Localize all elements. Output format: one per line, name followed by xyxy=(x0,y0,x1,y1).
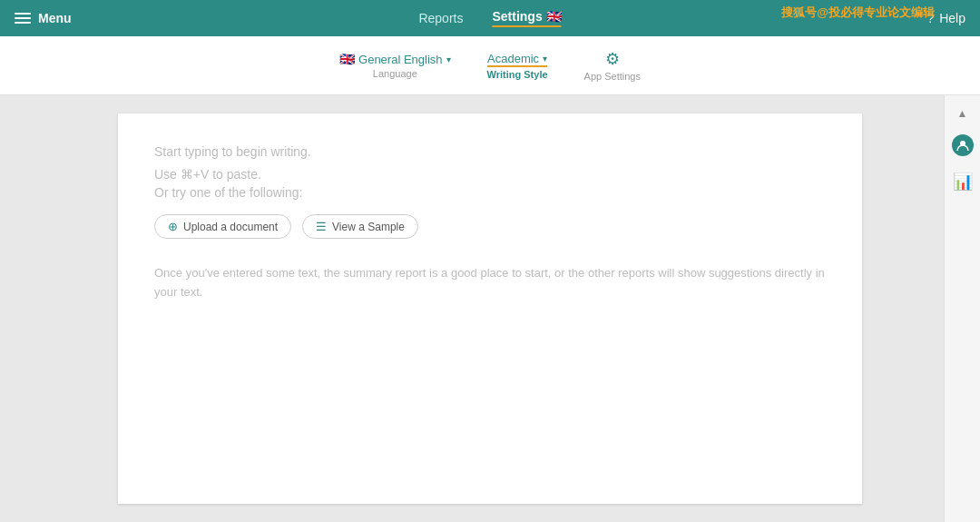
writing-style-chevron-icon: ▾ xyxy=(543,54,547,64)
gear-icon: ⚙ xyxy=(605,49,620,69)
sample-icon: ☰ xyxy=(316,220,327,233)
language-sublabel: Language xyxy=(373,68,417,79)
hint-paste: Use ⌘+V to paste. xyxy=(154,167,826,182)
upload-label: Upload a document xyxy=(183,221,278,233)
hint-try: Or try one of the following: xyxy=(154,185,826,200)
nav-settings[interactable]: Settings 🇬🇧 xyxy=(492,9,561,27)
document-note: Once you've entered some text, the summa… xyxy=(154,264,826,302)
hamburger-icon xyxy=(15,13,31,24)
watermark: 搜狐号@投必得专业论文编辑 xyxy=(781,5,935,21)
settings-bar: 🇬🇧 General English ▾ Language Academic ▾… xyxy=(0,36,980,95)
user-avatar-icon xyxy=(952,134,974,156)
app-settings-sublabel: App Settings xyxy=(584,71,641,82)
sample-label: View a Sample xyxy=(332,221,405,233)
menu-label: Menu xyxy=(38,11,72,25)
chart-icon: 📊 xyxy=(953,172,973,192)
language-setting[interactable]: 🇬🇧 General English ▾ Language xyxy=(339,52,451,79)
view-sample-button[interactable]: ☰ View a Sample xyxy=(302,214,418,239)
nav-reports[interactable]: Reports xyxy=(418,11,463,25)
writing-style-label: Academic xyxy=(487,52,539,65)
language-flag-icon: 🇬🇧 xyxy=(339,52,355,66)
scroll-up-button[interactable]: ▲ xyxy=(949,104,976,123)
app-settings-setting[interactable]: ⚙ App Settings xyxy=(584,49,641,82)
language-label: General English xyxy=(358,53,443,66)
hint-start-typing: Start typing to begin writing. xyxy=(154,141,826,163)
menu-button[interactable]: Menu xyxy=(15,11,72,25)
help-label: Help xyxy=(939,11,965,25)
upload-icon: ⊕ xyxy=(168,220,178,233)
chart-button[interactable]: 📊 xyxy=(949,168,976,195)
language-chevron-icon: ▾ xyxy=(446,54,451,64)
writing-style-setting[interactable]: Academic ▾ Writing Style xyxy=(487,52,548,80)
center-navigation: Reports Settings 🇬🇧 xyxy=(418,9,561,27)
right-sidebar: ▲ 📊 xyxy=(944,95,980,522)
document-actions: ⊕ Upload a document ☰ View a Sample xyxy=(154,214,826,239)
writing-style-sublabel: Writing Style xyxy=(487,69,548,80)
user-profile-button[interactable] xyxy=(949,132,976,159)
top-navigation-bar: Menu Reports Settings 🇬🇧 ? Help 搜狐号@投必得专… xyxy=(0,0,980,36)
settings-flag-icon: 🇬🇧 xyxy=(546,9,562,24)
upload-document-button[interactable]: ⊕ Upload a document xyxy=(154,214,291,239)
document-panel[interactable]: Start typing to begin writing. Use ⌘+V t… xyxy=(118,113,862,504)
main-content: Start typing to begin writing. Use ⌘+V t… xyxy=(0,95,980,522)
